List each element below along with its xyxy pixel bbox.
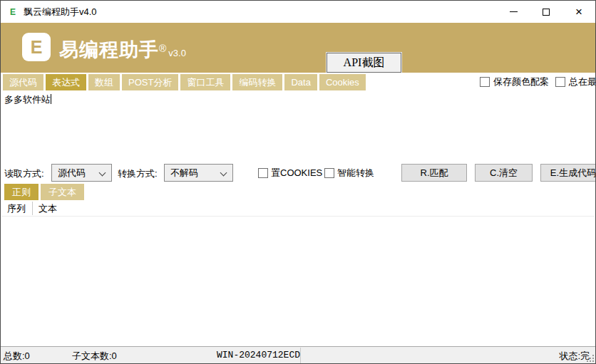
app-logo: E: [22, 33, 51, 61]
registered-mark: ®: [159, 43, 166, 54]
status-total-count: 总数:0: [4, 350, 30, 363]
resize-grip-icon[interactable]: [587, 355, 594, 362]
generate-code-button[interactable]: E.生成代码: [540, 164, 596, 182]
source-text-area[interactable]: 多多软件站: [1, 90, 595, 163]
clear-button[interactable]: C.清空: [475, 164, 533, 182]
set-cookies-checkbox[interactable]: [258, 168, 268, 178]
always-on-top-option[interactable]: 总在最前: [555, 76, 596, 88]
smart-convert-option[interactable]: 智能转换: [324, 167, 374, 180]
app-version: v3.0: [168, 48, 186, 58]
read-mode-label: 读取方式:: [4, 167, 44, 180]
tabs: 源代码 表达式 数组 POST分析 窗口工具 编码转换 Data Cookies: [3, 74, 366, 90]
app-window: E 飘云编程助手v4.0 × E 易编程助手®v3.0 API截图 源代码 表达…: [0, 0, 596, 364]
app-header: E 易编程助手®v3.0 API截图: [1, 23, 595, 73]
minimize-button[interactable]: [497, 1, 530, 23]
column-header-index: 序列: [7, 200, 26, 217]
column-header-text: 文本: [38, 200, 57, 217]
convert-mode-select[interactable]: 不解码: [164, 164, 233, 182]
header-options: 保存颜色配案 总在最前: [480, 76, 596, 88]
read-mode-select[interactable]: 源代码: [51, 164, 112, 182]
tab-bar: 源代码 表达式 数组 POST分析 窗口工具 编码转换 Data Cookies…: [1, 73, 595, 90]
chevron-down-icon: [220, 170, 227, 177]
status-subtext-count: 子文本数:0: [72, 350, 117, 363]
chevron-down-icon: [99, 170, 106, 177]
subtab-regex[interactable]: 正则: [4, 184, 38, 200]
status-bar: 总数:0 子文本数:0 WIN-20240712ECD 状态:完: [1, 346, 595, 363]
close-icon: ×: [575, 9, 582, 16]
app-name: 易编程助手: [59, 39, 159, 61]
tab-expression[interactable]: 表达式: [46, 74, 86, 90]
always-on-top-label: 总在最前: [569, 76, 596, 88]
result-table-header: 序列 文本: [1, 200, 595, 217]
controls-row: 读取方式: 源代码 转换方式: 不解码 置COOKIES 智能转换 R.匹配 C…: [1, 164, 595, 183]
tab-array[interactable]: 数组: [88, 74, 120, 90]
source-text: 多多软件站: [4, 94, 51, 105]
tab-encoding-convert[interactable]: 编码转换: [232, 74, 282, 90]
tab-cookies[interactable]: Cookies: [319, 74, 366, 90]
result-table[interactable]: 序列 文本: [1, 200, 595, 346]
convert-mode-label: 转换方式:: [118, 167, 158, 180]
save-color-scheme-label: 保存颜色配案: [493, 76, 549, 88]
maximize-icon: [543, 9, 550, 16]
always-on-top-checkbox[interactable]: [555, 77, 565, 87]
result-subtabs: 正则 子文本: [4, 184, 84, 200]
status-state: 状态:完: [559, 350, 590, 363]
close-button[interactable]: ×: [562, 1, 595, 23]
window-title: 飘云编程助手v4.0: [24, 6, 97, 19]
save-color-scheme-checkbox[interactable]: [480, 77, 490, 87]
maximize-button[interactable]: [530, 1, 562, 23]
status-panel-divider: [300, 348, 301, 363]
api-screenshot-button[interactable]: API截图: [327, 53, 401, 73]
smart-convert-label: 智能转换: [337, 167, 374, 180]
subtab-subtext[interactable]: 子文本: [41, 184, 84, 200]
tab-post-analysis[interactable]: POST分析: [122, 74, 178, 90]
convert-mode-value: 不解码: [170, 167, 198, 180]
text-caret: [51, 94, 51, 104]
save-color-scheme-option[interactable]: 保存颜色配案: [480, 76, 549, 88]
logo-letter-icon: E: [31, 37, 43, 58]
column-divider: [32, 202, 33, 215]
minimize-icon: [510, 11, 518, 12]
titlebar: E 飘云编程助手v4.0 ×: [1, 1, 595, 23]
match-button[interactable]: R.匹配: [401, 164, 467, 182]
status-machine-name: WIN-20240712ECD: [217, 350, 300, 360]
window-controls: ×: [497, 1, 595, 23]
smart-convert-checkbox[interactable]: [324, 168, 334, 178]
set-cookies-option[interactable]: 置COOKIES: [258, 167, 322, 180]
set-cookies-label: 置COOKIES: [271, 167, 322, 180]
tab-source-code[interactable]: 源代码: [3, 74, 43, 90]
app-name-row: 易编程助手®v3.0: [59, 37, 186, 63]
app-icon: E: [10, 7, 16, 17]
tab-window-tools[interactable]: 窗口工具: [180, 74, 230, 90]
tab-data[interactable]: Data: [284, 74, 317, 90]
read-mode-value: 源代码: [58, 167, 86, 180]
